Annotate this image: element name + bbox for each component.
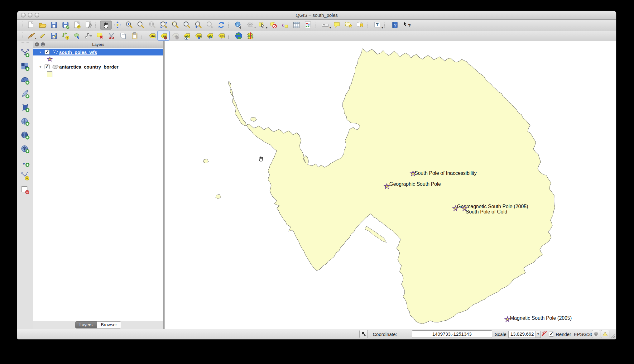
zoom-last-icon[interactable] bbox=[192, 21, 204, 30]
zoom-to-layer-icon[interactable] bbox=[181, 21, 192, 30]
add-wms-layer-icon[interactable] bbox=[18, 115, 31, 128]
qgis-window: QGIS – south_poles 1:1i▾▾ε▾T▾?? ▾abcabab… bbox=[17, 11, 616, 339]
tab-layers[interactable]: Layers bbox=[75, 321, 97, 328]
new-bookmark-icon[interactable] bbox=[343, 21, 354, 30]
unpin-label-icon[interactable]: ab bbox=[169, 31, 181, 40]
move-label-icon[interactable]: abc bbox=[192, 31, 204, 40]
expander-icon[interactable]: ▾ bbox=[40, 65, 44, 69]
save-project-icon[interactable] bbox=[48, 21, 60, 30]
scale-combo[interactable]: 13,829,662 bbox=[508, 331, 536, 338]
new-shapefile-layer-icon[interactable]: ▾ bbox=[18, 170, 31, 183]
manage-layers-toolbar: ,▾ bbox=[17, 41, 33, 329]
add-vector-layer-icon[interactable] bbox=[18, 46, 31, 59]
layer-checkbox[interactable] bbox=[45, 50, 50, 55]
refresh-map-icon[interactable] bbox=[215, 21, 227, 30]
zoom-out-icon[interactable] bbox=[135, 21, 146, 30]
select-by-expression-icon[interactable]: ε bbox=[279, 21, 291, 30]
zoom-next-icon[interactable] bbox=[204, 21, 215, 30]
measure-icon[interactable]: ▾ bbox=[319, 21, 331, 30]
toolbar-separator bbox=[142, 33, 145, 39]
save-layer-edits-icon[interactable] bbox=[48, 31, 60, 40]
coordinate-input[interactable]: 1409733,-1251343 bbox=[412, 330, 492, 338]
minimize-window-icon[interactable] bbox=[28, 13, 32, 17]
toolbar-drag-handle[interactable] bbox=[21, 42, 29, 46]
change-label-icon[interactable]: abc bbox=[215, 31, 227, 40]
toggle-editing-icon[interactable] bbox=[36, 31, 48, 40]
new-project-icon[interactable] bbox=[25, 21, 36, 30]
render-checkbox[interactable] bbox=[549, 332, 554, 337]
paste-features-icon[interactable] bbox=[129, 31, 140, 40]
zoom-in-icon[interactable] bbox=[123, 21, 135, 30]
toolbar-separator bbox=[315, 22, 318, 28]
toolbar-drag-handle[interactable] bbox=[20, 32, 23, 39]
current-edits-icon[interactable]: ▾ bbox=[25, 31, 36, 40]
toolbar-drag-handle[interactable] bbox=[20, 22, 23, 28]
status-bar: Coordinate: 1409733,-1251343 Scale 13,82… bbox=[17, 329, 616, 339]
identify-features-icon[interactable]: i bbox=[233, 21, 244, 30]
layer-item-antarctica-country-border[interactable]: ▾ antarctica_country_border bbox=[33, 63, 163, 70]
run-feature-action-icon[interactable]: ▾ bbox=[244, 21, 256, 30]
add-feature-icon[interactable] bbox=[60, 31, 71, 40]
layer-symbol-row[interactable] bbox=[33, 70, 163, 78]
select-features-icon[interactable]: ▾ bbox=[256, 21, 267, 30]
mouse-position-toggle-icon[interactable] bbox=[359, 330, 368, 338]
pan-map-icon[interactable] bbox=[100, 21, 112, 30]
add-postgis-layer-icon[interactable] bbox=[18, 74, 31, 87]
globe-plugin-icon[interactable] bbox=[233, 31, 244, 40]
zoom-native-icon[interactable]: 1:1 bbox=[146, 21, 158, 30]
show-hide-labels-icon[interactable]: abc bbox=[181, 31, 192, 40]
pin-label-icon[interactable]: ab bbox=[158, 31, 169, 40]
map-canvas[interactable]: South Pole of InaccessibilityGeographic … bbox=[165, 41, 616, 329]
title-bar[interactable]: QGIS – south_poles bbox=[17, 11, 616, 20]
zoom-window-icon[interactable] bbox=[35, 13, 39, 17]
diagram-overlay-icon[interactable] bbox=[244, 31, 256, 40]
stop-render-icon[interactable] bbox=[541, 330, 548, 338]
rotate-label-icon[interactable]: abc bbox=[204, 31, 215, 40]
tab-browser[interactable]: Browser bbox=[97, 321, 121, 328]
deselect-features-icon[interactable] bbox=[267, 21, 279, 30]
resize-grip[interactable] bbox=[610, 333, 615, 338]
chevron-down-icon[interactable]: ▼ bbox=[536, 331, 541, 338]
map-tips-icon[interactable] bbox=[331, 21, 343, 30]
delete-selected-icon[interactable] bbox=[94, 31, 106, 40]
cut-features-icon[interactable] bbox=[106, 31, 117, 40]
show-bookmarks-icon[interactable] bbox=[354, 21, 366, 30]
layer-symbol-row[interactable] bbox=[33, 55, 163, 63]
labeling-icon[interactable]: abc bbox=[146, 31, 158, 40]
open-project-icon[interactable] bbox=[36, 21, 48, 30]
panel-float-icon[interactable]: ❑ bbox=[41, 42, 45, 46]
whats-this-icon[interactable]: ? bbox=[401, 21, 412, 30]
svg-text:?: ? bbox=[394, 23, 396, 27]
chevron-down-icon[interactable]: ▾ bbox=[382, 26, 383, 29]
move-feature-icon[interactable] bbox=[71, 31, 83, 40]
composer-manager-icon[interactable] bbox=[83, 21, 94, 30]
attribute-table-icon[interactable] bbox=[291, 21, 302, 30]
close-window-icon[interactable] bbox=[21, 13, 26, 17]
panel-close-icon[interactable]: × bbox=[35, 42, 39, 46]
save-project-as-icon[interactable] bbox=[60, 21, 71, 30]
help-icon[interactable]: ? bbox=[389, 21, 401, 30]
add-wfs-layer-icon[interactable] bbox=[18, 142, 31, 155]
expander-icon[interactable]: ▾ bbox=[40, 50, 44, 54]
zoom-full-icon[interactable] bbox=[158, 21, 169, 30]
layer-item-south-poles-wfs[interactable]: ▾ south_poles_wfs bbox=[33, 49, 163, 55]
zoom-to-selection-icon[interactable] bbox=[169, 21, 181, 30]
new-composer-icon[interactable] bbox=[71, 21, 83, 30]
window-title: QGIS – south_poles bbox=[295, 12, 338, 18]
layer-tree[interactable]: ▾ south_poles_wfs ▾ antarctica_ bbox=[33, 48, 163, 321]
add-wcs-layer-icon[interactable] bbox=[18, 128, 31, 141]
remove-layer-icon[interactable] bbox=[18, 183, 31, 196]
node-tool-icon[interactable] bbox=[83, 31, 94, 40]
add-mssql-layer-icon[interactable] bbox=[18, 101, 31, 114]
add-spatialite-layer-icon[interactable] bbox=[18, 87, 31, 100]
pan-to-selection-icon[interactable] bbox=[112, 21, 123, 30]
copy-features-icon[interactable] bbox=[117, 31, 129, 40]
layer-name: antarctica_country_border bbox=[59, 64, 118, 69]
crs-status-icon[interactable] bbox=[592, 330, 600, 338]
add-raster-layer-icon[interactable] bbox=[18, 60, 31, 73]
add-delimited-text-icon[interactable]: , bbox=[18, 156, 31, 169]
log-messages-icon[interactable] bbox=[601, 330, 609, 338]
text-annotation-icon[interactable]: T▾ bbox=[372, 21, 383, 30]
field-calculator-icon[interactable] bbox=[302, 21, 314, 30]
layer-checkbox[interactable] bbox=[45, 64, 50, 69]
